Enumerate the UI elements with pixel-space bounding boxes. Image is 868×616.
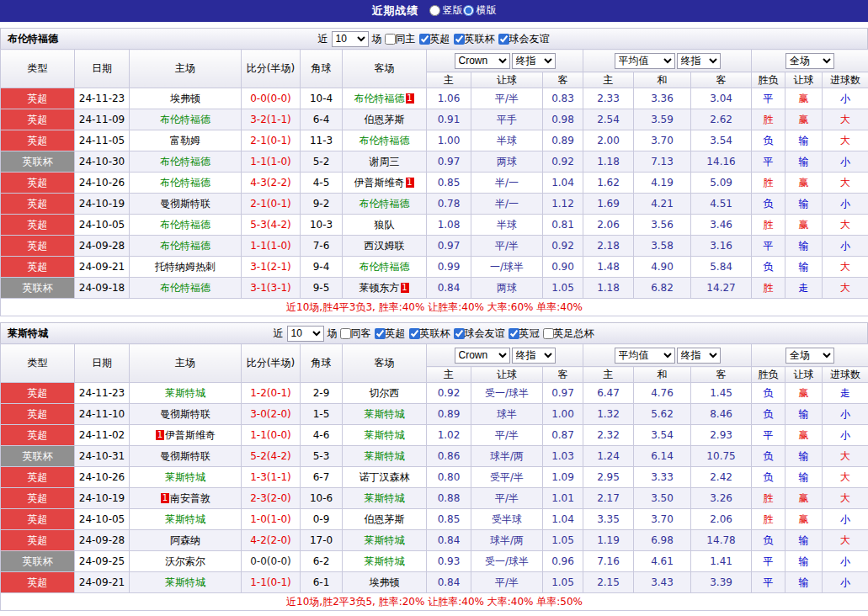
team-link[interactable]: 埃弗顿 (170, 93, 200, 104)
score-link[interactable]: 4-2(2-0) (242, 530, 301, 551)
score-link[interactable]: 2-1(0-1) (242, 194, 301, 215)
team-link[interactable]: 莱斯特城 (365, 408, 405, 420)
league-toggle[interactable]: 英超 (419, 32, 450, 46)
score-link[interactable]: 0-0(0-0) (242, 551, 301, 572)
final-index-select-2[interactable]: 终指 (677, 53, 721, 69)
team-link[interactable]: 布伦特福德 (354, 93, 405, 104)
team-link[interactable]: 莱顿东方 (359, 282, 400, 294)
recent-count-select[interactable]: 10 (332, 31, 369, 47)
league-toggle[interactable]: 英超 (375, 327, 406, 341)
score-link[interactable]: 4-3(2-2) (242, 173, 301, 194)
team-link[interactable]: 狼队 (375, 219, 395, 231)
layout-radio-input[interactable] (429, 5, 440, 16)
final-index-select-2[interactable]: 终指 (677, 348, 721, 364)
result-handicap: 走 (785, 278, 823, 299)
league-checkbox[interactable] (498, 34, 509, 45)
score-link[interactable]: 1-2(0-1) (242, 383, 301, 404)
team-link[interactable]: 阿森纳 (170, 534, 200, 546)
same-venue-toggle[interactable]: 同客 (340, 327, 371, 341)
team-link[interactable]: 伊普斯维奇 (165, 429, 216, 441)
team-link[interactable]: 布伦特福德 (359, 135, 410, 146)
score-link[interactable]: 3-2(1-1) (242, 109, 301, 130)
team-link[interactable]: 莱斯特城 (365, 492, 405, 504)
team-link[interactable]: 伯恩茅斯 (365, 114, 405, 125)
league-checkbox[interactable] (454, 328, 465, 339)
bookmaker-select[interactable]: Crown (455, 348, 510, 364)
team-link[interactable]: 曼彻斯特联 (160, 450, 210, 462)
score-link[interactable]: 2-3(2-0) (242, 488, 301, 509)
team-link[interactable]: 莱斯特城 (165, 471, 205, 483)
score-link[interactable]: 1-1(0-0) (242, 425, 301, 446)
team-link[interactable]: 布伦特福德 (160, 282, 210, 294)
match-date: 24-10-05 (75, 215, 130, 236)
league-toggle[interactable]: 英足总杯 (543, 327, 594, 341)
league-checkbox[interactable] (543, 328, 554, 339)
same-venue-toggle[interactable]: 同主 (385, 32, 416, 46)
team-link[interactable]: 埃弗顿 (370, 576, 400, 588)
team-link[interactable]: 诺丁汉森林 (359, 471, 410, 483)
league-toggle[interactable]: 球会友谊 (498, 32, 550, 46)
team-link[interactable]: 沃尔索尔 (165, 555, 205, 567)
same-venue-checkbox[interactable] (340, 328, 351, 339)
team-link[interactable]: 布伦特福德 (359, 198, 410, 210)
layout-radio-input[interactable] (463, 5, 474, 16)
league-toggle[interactable]: 英联杯 (409, 327, 450, 341)
league-checkbox[interactable] (409, 328, 420, 339)
league-checkbox[interactable] (419, 34, 430, 45)
team-link[interactable]: 切尔西 (370, 387, 400, 399)
team-link[interactable]: 莱斯特城 (165, 387, 205, 399)
team-link[interactable]: 西汉姆联 (365, 240, 405, 252)
score-link[interactable]: 3-1(2-1) (242, 257, 301, 278)
league-toggle[interactable]: 英冠 (509, 327, 540, 341)
team-link[interactable]: 莱斯特城 (165, 576, 205, 588)
team-link[interactable]: 布伦特福德 (359, 261, 410, 273)
same-venue-checkbox[interactable] (385, 34, 396, 45)
league-checkbox[interactable] (509, 328, 519, 339)
score-link[interactable]: 1-1(0-1) (242, 572, 301, 593)
team-link[interactable]: 布伦特福德 (160, 219, 210, 231)
layout-radio-horizontal[interactable]: 横版 (463, 3, 497, 18)
league-checkbox[interactable] (454, 34, 465, 45)
league-toggle[interactable]: 英联杯 (454, 32, 495, 46)
score-link[interactable]: 1-0(1-0) (242, 509, 301, 530)
team-link[interactable]: 谢周三 (370, 156, 400, 167)
league-toggle[interactable]: 球会友谊 (454, 327, 505, 341)
team-link[interactable]: 托特纳姆热刺 (155, 261, 216, 273)
team-link[interactable]: 伯恩茅斯 (365, 513, 405, 525)
period-select[interactable]: 全场 (785, 348, 834, 364)
team-link[interactable]: 南安普敦 (170, 492, 210, 504)
league-checkbox[interactable] (375, 328, 386, 339)
final-index-select[interactable]: 终指 (512, 53, 556, 69)
average-select[interactable]: 平均值 (615, 53, 675, 69)
team-link[interactable]: 富勒姆 (170, 135, 200, 146)
team-link[interactable]: 莱斯特城 (365, 534, 405, 546)
team-link[interactable]: 布伦特福德 (160, 240, 210, 252)
score-link[interactable]: 3-0(2-0) (242, 404, 301, 425)
team-link[interactable]: 布伦特福德 (160, 156, 210, 167)
score-link[interactable]: 1-3(1-1) (242, 467, 301, 488)
red-card-badge: 1 (401, 283, 409, 293)
average-select[interactable]: 平均值 (615, 348, 675, 364)
team-link[interactable]: 布伦特福德 (160, 114, 210, 125)
match-date: 24-10-26 (75, 467, 130, 488)
team-link[interactable]: 曼彻斯特联 (160, 408, 210, 420)
period-select[interactable]: 全场 (785, 53, 834, 69)
score-link[interactable]: 5-2(4-2) (242, 446, 301, 467)
score-link[interactable]: 5-3(4-2) (242, 215, 301, 236)
score-link[interactable]: 1-1(1-0) (242, 151, 301, 173)
team-link[interactable]: 伊普斯维奇 (354, 177, 405, 189)
team-link[interactable]: 曼彻斯特联 (160, 198, 210, 210)
layout-radio-vertical[interactable]: 竖版 (429, 3, 463, 18)
score-link[interactable]: 0-0(0-0) (242, 88, 301, 109)
final-index-select[interactable]: 终指 (512, 348, 556, 364)
team-link[interactable]: 莱斯特城 (365, 429, 405, 441)
team-link[interactable]: 布伦特福德 (160, 177, 210, 189)
team-link[interactable]: 莱斯特城 (365, 450, 405, 462)
team-link[interactable]: 莱斯特城 (165, 513, 205, 525)
bookmaker-select[interactable]: Crown (455, 53, 510, 69)
recent-count-select[interactable]: 10 (287, 326, 324, 342)
team-link[interactable]: 莱斯特城 (365, 555, 405, 567)
score-link[interactable]: 1-1(1-0) (242, 236, 301, 257)
score-link[interactable]: 3-1(3-1) (242, 278, 301, 299)
score-link[interactable]: 2-1(0-1) (242, 130, 301, 151)
